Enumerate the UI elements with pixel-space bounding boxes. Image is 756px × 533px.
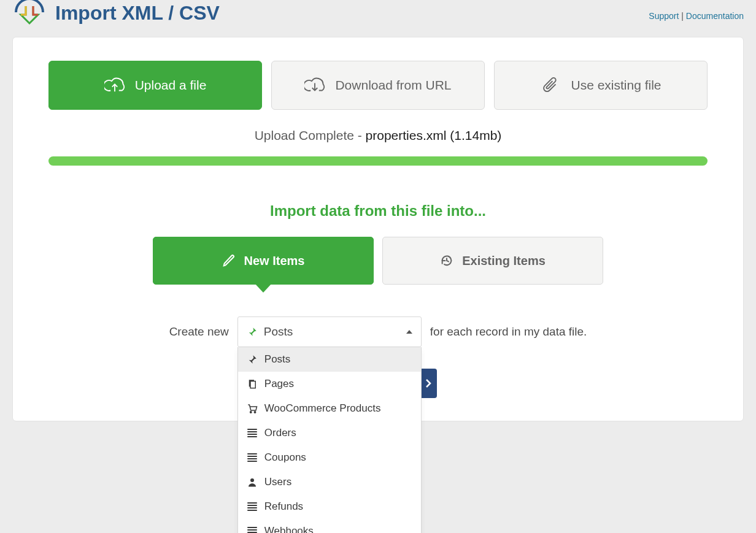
download-url-tab[interactable]: Download from URL (271, 61, 485, 110)
next-button[interactable] (420, 369, 437, 398)
dropdown-option-label: WooCommerce Products (264, 402, 381, 415)
dropdown-option-label: Webhooks (264, 525, 314, 533)
list-icon (247, 452, 258, 463)
caret-up-icon (406, 330, 412, 334)
dropdown-option-label: Posts (264, 353, 291, 366)
dropdown-option-woocommerce-products[interactable]: WooCommerce Products (238, 396, 421, 421)
new-items-tab[interactable]: New Items (153, 237, 374, 285)
create-suffix: for each record in my data file. (430, 325, 587, 339)
upload-filename: properties.xml (366, 128, 447, 142)
create-prefix: Create new (169, 325, 229, 339)
upload-file-label: Upload a file (135, 78, 207, 93)
dropdown-option-posts[interactable]: Posts (238, 347, 421, 372)
dropdown-option-label: Refunds (264, 500, 303, 513)
mode-tabs: New Items Existing Items (48, 237, 708, 285)
user-icon (247, 477, 258, 488)
list-icon (247, 526, 258, 533)
download-url-label: Download from URL (335, 78, 451, 93)
support-link[interactable]: Support (649, 11, 679, 21)
import-into-heading: Import data from this file into... (48, 202, 708, 220)
cloud-download-icon (304, 76, 325, 94)
pages-icon (247, 378, 258, 389)
source-tabs: Upload a file Download from URL Use exis… (48, 61, 708, 110)
pin-icon (247, 326, 258, 337)
dropdown-option-refunds[interactable]: Refunds (238, 494, 421, 519)
upload-status-prefix: Upload Complete - (255, 128, 366, 142)
dropdown-option-label: Coupons (264, 451, 306, 464)
list-icon (247, 428, 258, 439)
svg-rect-1 (250, 382, 255, 388)
new-items-label: New Items (244, 254, 305, 268)
existing-items-tab[interactable]: Existing Items (382, 237, 603, 285)
post-type-select[interactable]: Posts (237, 316, 422, 347)
svg-point-3 (254, 412, 255, 413)
dropdown-option-label: Orders (264, 427, 296, 439)
existing-file-tab[interactable]: Use existing file (494, 61, 708, 110)
page-title: Import XML / CSV (55, 2, 220, 25)
dropdown-option-orders[interactable]: Orders (238, 421, 421, 445)
existing-items-label: Existing Items (462, 254, 546, 268)
svg-point-4 (250, 478, 254, 482)
upload-status: Upload Complete - properties.xml (1.14mb… (48, 128, 708, 143)
selected-value: Posts (264, 325, 293, 339)
pin-icon (247, 354, 258, 365)
upload-file-tab[interactable]: Upload a file (48, 61, 262, 110)
list-icon (247, 501, 258, 512)
progress-bar (48, 156, 708, 166)
svg-point-2 (250, 412, 251, 413)
dropdown-option-label: Pages (264, 378, 294, 390)
create-row: Create new Posts PostsPagesWooCommerce P… (48, 316, 708, 347)
app-logo (12, 0, 47, 26)
dropdown-option-label: Users (264, 476, 291, 488)
dropdown-option-coupons[interactable]: Coupons (238, 445, 421, 470)
dropdown-option-webhooks[interactable]: Webhooks (238, 519, 421, 533)
main-panel: Upload a file Download from URL Use exis… (12, 37, 744, 421)
cloud-upload-icon (104, 76, 125, 94)
existing-file-label: Use existing file (571, 78, 661, 93)
dropdown-option-users[interactable]: Users (238, 470, 421, 494)
pencil-icon (222, 254, 236, 267)
chevron-right-icon (425, 378, 431, 388)
upload-size: (1.14mb) (450, 128, 501, 142)
post-type-dropdown: PostsPagesWooCommerce ProductsOrdersCoup… (237, 347, 422, 533)
cart-icon (247, 403, 258, 414)
paperclip-icon (540, 76, 561, 94)
history-icon (440, 254, 453, 267)
dropdown-option-pages[interactable]: Pages (238, 372, 421, 396)
header-links: Support | Documentation (649, 11, 744, 21)
header: Import XML / CSV Support | Documentation (12, 0, 744, 32)
documentation-link[interactable]: Documentation (686, 11, 744, 21)
